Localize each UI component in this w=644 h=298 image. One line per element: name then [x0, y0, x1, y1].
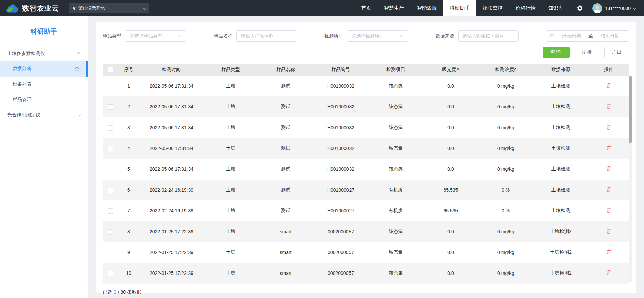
sample-name-input[interactable]	[236, 30, 297, 42]
delete-button[interactable]	[606, 249, 611, 255]
cell-sample-name: smart	[258, 263, 313, 284]
selected-count: 0	[114, 289, 116, 295]
row-checkbox[interactable]	[108, 104, 113, 110]
cell-test-item: 铵态氮	[368, 242, 423, 263]
chevron-up-icon	[77, 52, 80, 56]
filter-bar: 样品类型 请选择样品类型 样品名称 检测项目 请选择检测项目 数据来源	[96, 22, 636, 42]
row-checkbox[interactable]	[108, 250, 113, 255]
delete-button[interactable]	[606, 187, 611, 192]
cell-absorbance: 0.0	[423, 263, 478, 284]
cell-index: 1	[118, 76, 140, 96]
analyze-button[interactable]: 分析	[575, 47, 599, 58]
test-item-placeholder: 请选择检测项目	[351, 33, 384, 39]
delete-button[interactable]	[606, 270, 611, 276]
cell-concentration: 0 %	[478, 180, 533, 200]
sidebar-item-1[interactable]: 设备列表	[0, 77, 88, 92]
cell-sample-code: H001000032	[313, 117, 368, 138]
table-header-row: 序号检测时间样品类型样品名称样品编号检测项目吸光度A检测浓度c数据来源操作	[103, 64, 629, 76]
row-checkbox[interactable]	[108, 125, 113, 131]
delete-button[interactable]	[606, 166, 611, 171]
cell-sample-type: 土壤	[203, 263, 258, 284]
settings-button[interactable]	[570, 5, 590, 11]
cell-index: 7	[118, 200, 140, 221]
row-checkbox[interactable]	[108, 146, 113, 151]
cell-actions	[588, 180, 629, 200]
gear-icon	[577, 5, 583, 11]
row-checkbox[interactable]	[108, 167, 113, 172]
cell-absorbance: 0.0	[423, 159, 478, 180]
table-row: 32022-05-06 17:31:34土壤测试H001000032铵态氮0.0…	[103, 117, 629, 138]
nav-item-6[interactable]: 知识库	[542, 0, 570, 16]
cell-index: 2	[118, 96, 140, 117]
delete-button[interactable]	[606, 228, 611, 234]
cell-sample-type: 土壤	[203, 117, 258, 138]
cell-actions	[588, 76, 629, 96]
brand-logo-icon	[5, 3, 19, 14]
nav-item-1[interactable]: 智慧生产	[378, 0, 411, 16]
cell-sample-type: 土壤	[203, 138, 258, 159]
cell-sample-code: H001000032	[313, 76, 368, 96]
row-checkbox[interactable]	[108, 271, 113, 276]
nav-item-5[interactable]: 价格行情	[509, 0, 542, 16]
table-row: 102022-01-25 17:22:39土壤smart0002000057铵态…	[103, 263, 629, 284]
cell-index: 8	[118, 221, 140, 242]
delete-button[interactable]	[606, 145, 611, 151]
nav-menu: 首页智慧生产智能农服科研助手物联监控价格行情知识库	[355, 0, 570, 16]
sidebar-item-label: 设备列表	[13, 81, 32, 87]
delete-button[interactable]	[606, 103, 611, 109]
delete-button[interactable]	[606, 83, 611, 88]
table-row: 72022-02-24 16:19:39土壤测试H001000027有机质65.…	[103, 200, 629, 221]
nav-item-4[interactable]: 物联监控	[476, 0, 509, 16]
sample-type-placeholder: 请选择样品类型	[129, 33, 162, 39]
row-checkbox[interactable]	[108, 229, 113, 235]
brand: 数智农业云	[0, 3, 59, 14]
sidebar-group-0[interactable]: 土壤多参数检测仪	[0, 46, 88, 61]
nav-item-3[interactable]: 科研助手	[443, 0, 476, 16]
cell-concentration: 0 mg/kg	[478, 159, 533, 180]
row-checkbox[interactable]	[108, 84, 113, 89]
cell-concentration: 0 mg/kg	[478, 221, 533, 242]
delete-button[interactable]	[606, 207, 611, 213]
select-all-checkbox[interactable]	[108, 67, 113, 72]
cell-sample-code: H001000032	[313, 159, 368, 180]
cell-concentration: 0 %	[478, 200, 533, 221]
data-source-input[interactable]	[458, 30, 519, 42]
cell-test-item: 铵态氮	[368, 76, 423, 96]
star-outline-icon[interactable]	[74, 66, 80, 72]
sidebar-title: 科研助手	[0, 16, 88, 46]
row-checkbox-cell	[103, 242, 118, 263]
user-menu[interactable]: 131****0000	[590, 3, 644, 13]
cell-index: 4	[118, 138, 140, 159]
cell-index: 5	[118, 159, 140, 180]
test-item-label: 检测项目	[324, 33, 343, 39]
cell-concentration: 0 mg/kg	[478, 242, 533, 263]
row-checkbox-cell	[103, 221, 118, 242]
delete-button[interactable]	[606, 124, 611, 130]
chevron-down-icon	[143, 6, 146, 9]
cell-sample-name: 测试	[258, 96, 313, 117]
sample-type-select[interactable]: 请选择样品类型	[125, 30, 186, 42]
query-button[interactable]: 查询	[543, 47, 570, 58]
row-checkbox[interactable]	[108, 188, 113, 193]
row-checkbox-cell	[103, 76, 118, 96]
sidebar-item-2[interactable]: 样品管理	[0, 92, 88, 107]
sidebar-item-0[interactable]: 数据分析	[0, 61, 88, 77]
cell-absorbance: 0.0	[423, 221, 478, 242]
export-button[interactable]: 导出	[604, 47, 629, 58]
test-item-select[interactable]: 请选择检测项目	[347, 30, 408, 42]
nav-item-2[interactable]: 智能农服	[411, 0, 443, 16]
table-row: 62022-02-24 16:19:39土壤测试H001000027有机质65.…	[103, 180, 629, 200]
sidebar-group-1[interactable]: 光合作用测定仪	[0, 107, 88, 122]
column-header: 检测时间	[140, 64, 203, 76]
cell-actions	[588, 117, 629, 138]
cell-sample-type: 土壤	[203, 96, 258, 117]
row-checkbox[interactable]	[108, 208, 113, 214]
cell-test-time: 2022-05-06 17:31:34	[140, 76, 203, 96]
chevron-down-icon	[633, 6, 636, 9]
cell-sample-name: 测试	[258, 117, 313, 138]
nav-item-0[interactable]: 首页	[355, 0, 378, 16]
base-selector[interactable]: 萧山演示基地	[69, 3, 149, 13]
cell-test-time: 2022-01-25 17:22:39	[140, 221, 203, 242]
date-range-picker[interactable]: 开始日期 至 结束日期	[546, 30, 629, 42]
scrollbar-thumb[interactable]	[629, 76, 632, 143]
